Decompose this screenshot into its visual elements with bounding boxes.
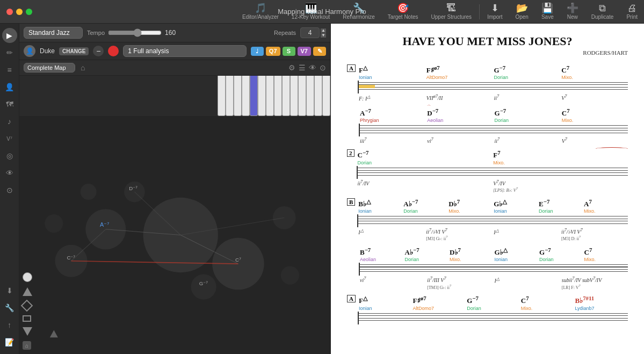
avatar: 👤 — [24, 45, 35, 57]
staff-bar-5 — [359, 263, 628, 276]
settings-icon[interactable]: ⚙ — [288, 63, 295, 72]
minimize-button[interactable] — [16, 9, 23, 15]
toolbar-open[interactable]: 📂 Open — [509, 0, 534, 23]
tool-v7-btn[interactable]: V7 — [298, 47, 311, 56]
minus-button[interactable]: − — [93, 46, 104, 56]
chord-row-1: F△ Ionian F♯ø7 AltDomo7 G−7 Dorian C7 — [358, 64, 628, 80]
roman-row-3: ii7/IV V7/IV [LPS]: B♭: V7 — [357, 179, 628, 193]
chord-a-min7: A−7 ⌒ Phrygian — [359, 107, 426, 123]
staff-bar-6 — [358, 312, 628, 324]
piano-key-c2[interactable] — [274, 76, 282, 116]
diamond-shape[interactable] — [21, 300, 33, 312]
eye-icon[interactable]: 👁 — [309, 63, 316, 72]
repeats-up[interactable]: ▲ — [321, 28, 326, 33]
toolbar-save[interactable]: 💾 Save — [535, 0, 560, 23]
repeats-value: 4 — [300, 27, 320, 38]
import-icon: ⬇ — [491, 3, 499, 13]
record-icon[interactable]: ⊙ — [320, 63, 326, 72]
roman-ii7-v7-2: ii7/♭VI V7 [M3] D: ii7 — [560, 228, 628, 241]
toolbar-print[interactable]: 🖨 Print — [620, 0, 644, 23]
sidebar-circle[interactable]: ◎ — [2, 148, 17, 163]
piano-keyboard[interactable] — [218, 76, 330, 116]
sidebar-edit[interactable]: ✏ — [2, 45, 17, 60]
section-b-row2: B−7 Aeolian A♭−7 Dorian D♭7 Mixo. G♭△ — [347, 247, 628, 293]
viz-area: A⁻⁷ C⁻⁷ C⁷ D⁻⁷ G⁻⁷ F♯ᵒ D⁻⁷ B♭ᵒ — [19, 76, 330, 354]
style-select[interactable]: Standard Jazz — [24, 27, 83, 39]
repeats-down[interactable]: ▼ — [321, 33, 326, 38]
close-button[interactable] — [6, 9, 13, 15]
tempo-section: Tempo 160 — [87, 28, 270, 37]
maximize-button[interactable] — [26, 9, 32, 15]
chord-gb-maj: G♭△ Ionian — [493, 198, 538, 214]
sidebar-v7[interactable]: V⁷ — [2, 131, 17, 146]
piano-key-a2[interactable] — [314, 76, 322, 116]
sidebar-upload[interactable]: ↑ — [2, 317, 17, 333]
sheet-content: HAVE YOU MET MISS JONES? RODGERS/HART A … — [347, 34, 628, 324]
rectangle-shape[interactable] — [23, 315, 31, 322]
editor-icon: 🎵 — [255, 3, 266, 13]
toolbar-duplicate[interactable]: ⧉ Duplicate — [585, 0, 620, 23]
sidebar-wrench[interactable]: 🔧 — [2, 300, 17, 315]
toolbar-new[interactable]: ➕ New — [560, 0, 585, 23]
map-node-small1 — [273, 206, 296, 229]
map-node-tiny2 — [281, 266, 299, 284]
filter-icon[interactable]: ☰ — [299, 63, 306, 72]
tool-note-btn[interactable]: ♩ — [251, 47, 264, 56]
sidebar-note[interactable]: ♪ — [2, 114, 17, 129]
chord-db7: D♭7 Mixo. — [447, 198, 493, 214]
sidebar-download[interactable]: ⬇ — [2, 283, 17, 298]
print-label: Print — [626, 14, 638, 20]
staff-bar-3 — [357, 166, 628, 179]
piano-key-f[interactable] — [242, 76, 250, 116]
roman-i-gb2: I△ — [494, 276, 561, 290]
home-shape[interactable]: ⌂ — [23, 341, 31, 350]
sheet-title: HAVE YOU MET MISS JONES? — [347, 34, 628, 48]
sidebar-user[interactable]: 👤 — [2, 80, 17, 95]
chord-c7: C7 Mixo. — [560, 64, 628, 80]
piano-key-g2[interactable] — [306, 76, 314, 116]
analysis-select[interactable]: 1 Full analysis — [123, 45, 246, 57]
roman-i-gb: I△ — [493, 228, 560, 241]
sidebar-menu[interactable]: ≡ — [2, 62, 17, 77]
roman-vi7: vi7 — [426, 137, 493, 144]
new-icon: ➕ — [567, 3, 578, 13]
toolbar-upper-structures[interactable]: 🏗 Upper Structures — [425, 0, 479, 23]
piano-key-g[interactable] — [250, 76, 258, 116]
piano-key-b2[interactable] — [322, 76, 330, 116]
piano-key-d[interactable] — [226, 76, 234, 116]
piano-key-c[interactable] — [218, 76, 226, 116]
tool-pencil-btn[interactable]: ✎ — [313, 47, 326, 56]
toolbar-import[interactable]: ⬇ Import — [481, 0, 509, 23]
section-a-final-marker: A — [347, 295, 356, 302]
map-triangle — [50, 330, 58, 337]
tie-marking: ⌒ — [426, 104, 430, 110]
chord-gb-maj2: G♭△ Ionian — [494, 247, 539, 262]
section-b-row: B B♭△ Ionian A♭−7 Dorian D♭7 Mi — [347, 198, 628, 244]
piano-key-e2[interactable] — [290, 76, 298, 116]
sidebar-record[interactable]: ⊙ — [2, 183, 17, 198]
sidebar-notes[interactable]: 📝 — [2, 335, 17, 350]
roman-row-1: F: I△ VIIø7/II ii7 V7 — [358, 94, 628, 102]
sidebar-eye[interactable]: 👁 — [2, 165, 17, 180]
piano-key-d2[interactable] — [282, 76, 290, 116]
piano-key-e[interactable] — [234, 76, 242, 116]
sidebar-play[interactable]: ▶ — [2, 28, 17, 43]
piano-key-a[interactable] — [258, 76, 266, 116]
circle-shape[interactable] — [23, 272, 32, 282]
piano-key-f2[interactable] — [298, 76, 306, 116]
roman-f-tonic: F: I△ — [358, 94, 425, 102]
sidebar-map[interactable]: 🗺 — [2, 97, 17, 112]
piano-key-b[interactable] — [266, 76, 274, 116]
record-button[interactable] — [108, 46, 119, 56]
toolbar-target[interactable]: 🎯 Target Notes — [381, 0, 425, 23]
change-button[interactable]: CHANGE — [59, 47, 89, 55]
tool-s-btn[interactable]: S — [283, 47, 295, 56]
triangle-shape[interactable] — [23, 287, 32, 296]
map-select[interactable]: Complete Map — [24, 63, 75, 73]
tool-q7-btn[interactable]: Q7 — [266, 47, 280, 56]
tempo-slider[interactable] — [108, 28, 162, 37]
section-a-final-staff: F△ Ionian F♯ø7 AltDomo7 G−7 Dorian C7 — [358, 295, 628, 324]
sheet-music-panel[interactable]: HAVE YOU MET MISS JONES? RODGERS/HART A … — [331, 24, 644, 354]
home-icon[interactable]: ⌂ — [79, 62, 86, 73]
triangle-down-shape[interactable] — [23, 327, 32, 336]
